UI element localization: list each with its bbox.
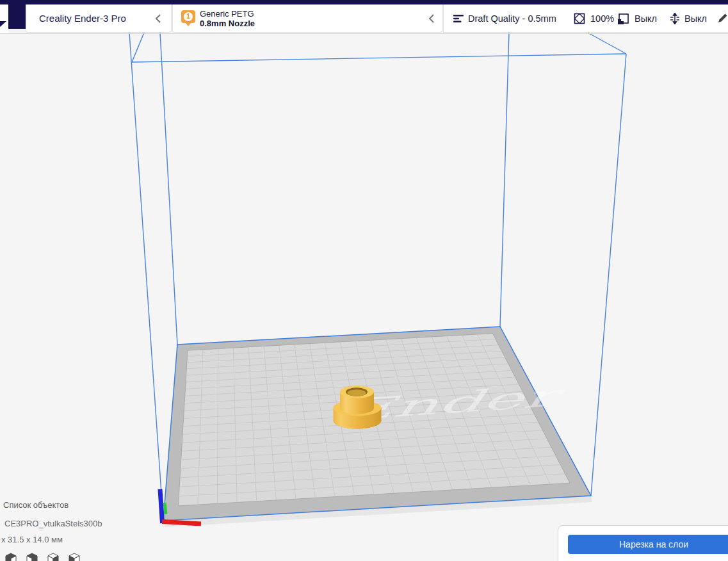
material-selector[interactable]: 1 Generic PETG 0.8mm Nozzle: [172, 4, 442, 33]
cube-top-view-icon[interactable]: [46, 552, 60, 561]
printer-selector[interactable]: Creality Ender-3 Pro: [26, 4, 172, 33]
object-dimensions: x 31.5 x 14.0 мм: [1, 535, 63, 544]
object-list-header[interactable]: Список объектов: [3, 500, 69, 510]
support-blocker-icon: [617, 13, 629, 28]
chevron-left-icon[interactable]: [154, 13, 161, 26]
extruder-badge: 1: [181, 10, 195, 23]
printer-name: Creality Ender-3 Pro: [39, 13, 126, 23]
app-top-strip: [0, 0, 728, 4]
layers-icon: [453, 13, 464, 27]
print-settings-summary[interactable]: Draft Quality - 0.5mm 100% Выкл Выкл: [443, 4, 728, 33]
top-header: Creality Ender-3 Pro 1 Generic PETG 0.8m…: [0, 0, 728, 34]
support-value: Выкл: [635, 13, 657, 24]
crosshatch-square-icon: [574, 13, 585, 27]
infill-value: 100%: [590, 13, 614, 24]
material-name: Generic PETG: [200, 10, 254, 19]
slice-button[interactable]: Нарезка на слои: [568, 535, 728, 554]
extruder-number: 1: [184, 12, 193, 21]
build-plate: [163, 327, 592, 527]
vertical-arrows-icon: [669, 13, 681, 27]
adhesion-value: Выкл: [684, 13, 707, 24]
view-orientation-toolbar: [4, 552, 81, 561]
chevron-left-icon[interactable]: [428, 13, 435, 26]
cube-left-view-icon[interactable]: [67, 552, 81, 561]
3d-viewport[interactable]: Ender Список объектов CE3PRO_vtulkaStels: [0, 0, 728, 561]
build-scene: Ender: [0, 0, 728, 561]
object-list-item-name[interactable]: CE3PRO_vtulkaStels300b: [4, 519, 102, 528]
quality-summary: Draft Quality - 0.5mm: [468, 13, 556, 24]
pencil-icon[interactable]: [718, 13, 728, 26]
cube-front-view-icon[interactable]: [25, 552, 39, 561]
app-logo-block: [8, 0, 26, 29]
nozzle-size: 0.8mm Nozzle: [200, 19, 255, 28]
header-divider: [0, 33, 728, 34]
cube-3d-view-icon[interactable]: [4, 552, 18, 561]
header-left-sliver: [0, 4, 8, 33]
slice-action-panel: Нарезка на слои: [558, 525, 728, 561]
logo-fragment-icon: [0, 21, 6, 33]
